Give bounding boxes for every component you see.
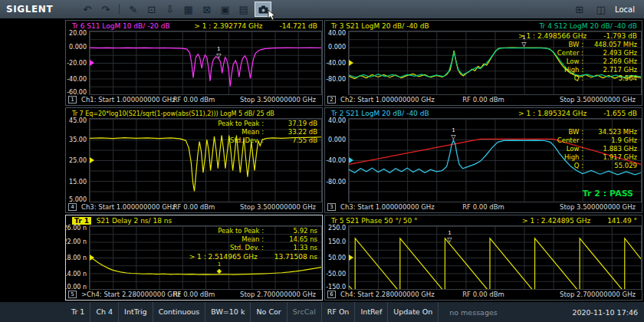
trace-statistics: Peak to Peak :5.92 ns Mean :14.65 ns Std… (218, 227, 317, 252)
stop-freq-label: Stop 2.700000000 GHz (560, 291, 636, 298)
trace-Tr5-S21-Phase (349, 238, 641, 289)
toolbar-separator (119, 4, 120, 15)
active-trace-badge[interactable]: Tr 1 (72, 217, 91, 225)
window-2-header: Tr 3 S21 LogM 20 dB/ -40 dB Tr 4 S12 Log… (325, 21, 642, 31)
toolbar-right-group: ⊞ ◫ Local (572, 2, 638, 17)
window-4-equation-trace[interactable]: Tr 7 Eq=20*log10(S21/sqrt(1-pow(abs(S11)… (65, 107, 323, 213)
reference-level-arrow (349, 157, 353, 163)
status-if-bandwidth[interactable]: BW=10 k (205, 302, 251, 322)
siglent-logo: SIGLENT (6, 4, 53, 15)
bandwidth-info: BW :34.523 MHz Center :1.9 GHz Low :1.88… (557, 128, 637, 170)
reference-level-arrow (90, 255, 94, 261)
stop-freq-label: Stop 2.700000000 GHz (240, 291, 316, 298)
window-5-s21-delay-active[interactable]: Tr 1 S21 Delay 2 ns/ 18 ns 26.00 n 22.00… (65, 215, 323, 301)
channel-start-label: Ch3: Start 1.000000000 GHz (340, 203, 435, 211)
plot-area[interactable]: 1▽ (89, 31, 322, 95)
window-5-footer: 5 >Ch4: Start 2.280000000 GHz RF 0.00 dB… (66, 290, 322, 300)
trace-label: Tr 3 S21 LogM 20 dB/ -40 dB (331, 22, 429, 30)
print-icon[interactable]: ▤ (236, 2, 251, 17)
y-axis-labels: 26.00 n 22.00 n 18.00 n 14.00 n 10.00 n (66, 225, 89, 290)
plot-area[interactable]: Peak to Peak :37.19 dB Mean :33.22 dB St… (89, 118, 322, 202)
window-number-badge: 1 (68, 96, 77, 104)
display-setup-icon[interactable]: ⊡ (144, 2, 159, 17)
window-number-badge: 2 (327, 96, 336, 104)
system-message: no messages (439, 308, 508, 317)
window-6-footer: 6 Ch4: Start 2.280000000 GHz RF 0.00 dBm… (325, 290, 642, 300)
statistics-overlay: Peak to Peak :5.92 ns Mean :14.65 ns Std… (189, 227, 317, 261)
save-icon[interactable]: ▣ (218, 2, 232, 17)
marker-readout: > 1 : 2.424895 GHz 141.49 ° (522, 217, 637, 225)
stop-freq-label: Stop 3.500000000 GHz (560, 96, 636, 104)
window-2-s21-s12-logmag[interactable]: Tr 3 S21 LogM 20 dB/ -40 dB Tr 4 S12 Log… (324, 20, 642, 106)
trace-label: Tr 7 Eq=20*log10(S21/sqrt(1-pow(abs(S11)… (72, 110, 274, 117)
plot-area[interactable]: Peak to Peak :5.92 ns Mean :14.65 ns Std… (89, 225, 322, 290)
reference-level-arrow (349, 60, 353, 66)
trace-label: Tr 6 S11 LogM 10 dB/ -20 dB (72, 22, 170, 30)
stop-freq-label: Stop 3.500000000 GHz (240, 203, 316, 211)
rf-power-label: RF 0.00 dBm (462, 291, 504, 298)
screenshot-camera-icon[interactable] (255, 2, 271, 17)
trace-Tr6-S11-LogM (90, 48, 321, 86)
marker-readout: > 1 : 2.392774 GHz -14.721 dB (194, 22, 317, 30)
window-1-header: Tr 6 S11 LogM 10 dB/ -20 dB > 1 : 2.3927… (66, 21, 322, 31)
trace-label: Tr 4 S12 LogM 20 dB/ -40 dB (539, 22, 637, 30)
trace-statistics: Peak to Peak :37.19 dB Mean :33.22 dB St… (218, 120, 317, 145)
trace-label: S21 Delay 2 ns/ 18 ns (97, 217, 172, 225)
window-3-s21-limit-test[interactable]: Tr 2 S21 LogM 20 dB/ -40 dB > 1 : 1.8953… (324, 107, 642, 213)
windows-icon[interactable]: ◫ (593, 2, 608, 17)
window-6-s21-phase[interactable]: Tr 5 S21 Phase 50 °/ 50 ° > 1 : 2.424895… (324, 215, 642, 301)
rf-power-label: RF 0.00 dBm (462, 96, 504, 104)
window-1-s11-logmag[interactable]: Tr 6 S11 LogM 10 dB/ -20 dB > 1 : 2.3927… (65, 20, 323, 106)
redo-icon[interactable]: ↷ (98, 2, 113, 17)
annotate-icon[interactable]: ✎ (126, 2, 140, 17)
window-number-badge: 6 (327, 291, 336, 298)
plot-area[interactable]: 1▽ (348, 225, 642, 290)
y-axis-labels: 40.00 0.000 -40.00 -80.00 (325, 31, 348, 95)
status-active-channel[interactable]: Ch 4 (90, 302, 119, 322)
window-3-footer: 3 Ch3: Start 1.000000000 GHz RF 0.00 dBm… (325, 202, 642, 212)
undo-icon[interactable]: ↶ (80, 2, 94, 17)
marker-readout: > 1 : 2.514965 GHz 13.71508 ns (189, 253, 317, 261)
datetime-label: 2020-11-10 17:46 (572, 308, 644, 317)
reference-level-arrow (90, 157, 94, 163)
bandwidth-overlay: BW :34.523 MHz Center :1.9 GHz Low :1.88… (557, 128, 637, 170)
window-4-header: Tr 7 Eq=20*log10(S21/sqrt(1-pow(abs(S11)… (66, 108, 322, 118)
save-usb-icon[interactable]: ⇩ (163, 2, 177, 17)
delete-icon[interactable]: ⊠ (199, 2, 214, 17)
trace-data-icon[interactable]: ▦ (181, 2, 196, 17)
status-active-trace[interactable]: Tr 1 (66, 302, 90, 322)
measurement-grid: Tr 6 S11 LogM 10 dB/ -20 dB > 1 : 2.3927… (0, 18, 644, 302)
y-axis-labels: 40.00 0.000 -40.00 -80.00 (325, 118, 348, 202)
status-correction[interactable]: No Cor (251, 302, 287, 322)
rf-power-label: RF 0.00 dBm (462, 203, 504, 211)
y-axis-labels: 45.00 35.00 25.00 15.00 5.000 (66, 118, 89, 202)
window-layout-icon[interactable]: ⊞ (572, 2, 586, 17)
window-number-badge: 4 (68, 203, 77, 211)
status-trigger[interactable]: IntTrig (119, 302, 153, 322)
status-source-cal[interactable]: SrcCal (288, 302, 322, 322)
window-3-header: Tr 2 S21 LogM 20 dB/ -40 dB > 1 : 1.8953… (325, 108, 642, 118)
trace-label: Tr 5 S21 Phase 50 °/ 50 ° (331, 217, 418, 225)
window-number-badge: 3 (327, 203, 336, 211)
window-1-footer: 1 Ch1: Start 1.000000000 GHz RF 0.00 dBm… (66, 95, 322, 105)
status-reference[interactable]: IntRef (355, 302, 388, 322)
local-mode-label[interactable]: Local (615, 5, 638, 14)
status-rf-output[interactable]: RF On (322, 302, 356, 322)
y-axis-labels: 250.0 150.0 50.00 -50.00 -150.0 (325, 225, 348, 290)
marker-readout: > 1 : 1.895324 GHz -1.655 dB (518, 110, 637, 117)
channel-start-label: Ch1: Start 1.000000000 GHz (81, 96, 176, 104)
channel-start-label: Ch2: Start 1.000000000 GHz (340, 96, 435, 104)
status-update[interactable]: Update On (388, 302, 439, 322)
plot-area[interactable]: > 1 : 2.498566 GHz -1.793 dB BW :448.057… (348, 31, 642, 95)
plot-area[interactable]: BW :34.523 MHz Center :1.9 GHz Low :1.88… (348, 118, 642, 202)
window-6-header: Tr 5 S21 Phase 50 °/ 50 ° > 1 : 2.424895… (325, 215, 642, 225)
rf-power-label: RF 0.00 dBm (173, 203, 215, 211)
stop-freq-label: Stop 3.500000000 GHz (560, 203, 636, 211)
bandwidth-info: BW :448.057 MHz Center :2.493 GHz Low :2… (557, 41, 637, 83)
rf-power-label: RF 0.00 dBm (173, 96, 215, 104)
window-4-footer: 4 Ch3: Start 1.000000000 GHz RF 0.00 dBm… (66, 202, 322, 212)
y-axis-labels: 20.00 0.000 -20.00 -40.00 -60.00 (66, 31, 89, 95)
status-sweep-mode[interactable]: Continuous (153, 302, 206, 322)
window-number-badge: 5 (68, 291, 77, 298)
stop-freq-label: Stop 3.500000000 GHz (240, 96, 316, 104)
